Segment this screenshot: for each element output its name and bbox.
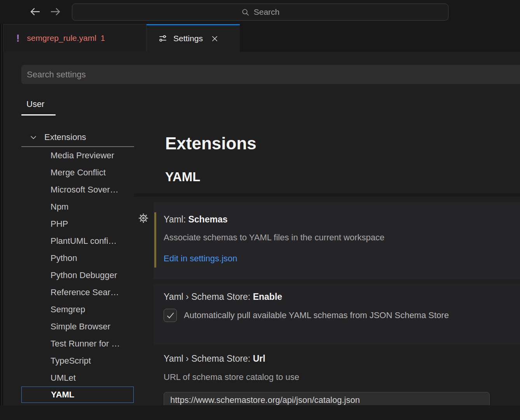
tree-item-extensions[interactable]: Extensions — [21, 128, 134, 146]
setting-title-name: Enable — [253, 292, 282, 302]
schema-store-enable-checkbox[interactable] — [164, 309, 177, 322]
tree-item-python[interactable]: Python — [3, 250, 134, 267]
edit-in-settings-json-link[interactable]: Edit in settings.json — [164, 254, 237, 264]
settings-search-input[interactable] — [21, 65, 520, 84]
tree-item-test-runner[interactable]: Test Runner for … — [3, 335, 134, 352]
category-heading: Extensions — [165, 134, 257, 153]
command-center-label: Search — [254, 7, 280, 17]
tree-item-yaml-selected[interactable]: YAML — [21, 387, 134, 403]
search-icon — [241, 8, 250, 17]
tree-item-python-debugger[interactable]: Python Debugger — [3, 267, 134, 284]
section-heading: YAML — [165, 170, 200, 184]
settings-tree: Media Previewer Merge Conflict Microsoft… — [3, 147, 134, 403]
setting-title-prefix: Yaml › Schema Store: — [164, 354, 253, 364]
tab-semgrep-rule-yaml[interactable]: ! semgrep_rule.yaml 1 — [3, 24, 147, 52]
tree-item-simple-browser[interactable]: Simple Browser — [3, 318, 134, 335]
checkbox-row: Automatically pull available YAML schema… — [164, 309, 449, 322]
arrow-right-icon — [49, 5, 62, 19]
setting-title: Yaml: Schemas — [164, 214, 228, 225]
chevron-down-icon — [29, 133, 38, 142]
tab-label: semgrep_rule.yaml — [27, 33, 96, 43]
yaml-file-icon: ! — [16, 33, 19, 44]
checkmark-icon — [165, 310, 175, 320]
modified-setting-indicator — [154, 212, 156, 268]
settings-sliders-icon — [158, 33, 168, 44]
back-button[interactable] — [28, 5, 42, 19]
setting-title-name: Schemas — [188, 214, 227, 224]
setting-title: Yaml › Schema Store: Url — [164, 354, 265, 364]
tree-item-umlet[interactable]: UMLet — [3, 369, 134, 387]
tree-item-reference-search[interactable]: Reference Sear… — [3, 284, 134, 301]
command-center-search[interactable]: Search — [72, 4, 448, 21]
tree-item-merge-conflict[interactable]: Merge Conflict — [3, 164, 134, 181]
forward-button[interactable] — [49, 5, 62, 19]
tab-label: Settings — [173, 34, 203, 43]
setting-description: Associate schemas to YAML files in the c… — [164, 233, 384, 243]
scope-tab-active-indicator — [21, 114, 56, 116]
titlebar: Search — [0, 0, 520, 24]
setting-title-prefix: Yaml: — [164, 214, 188, 224]
problems-count-badge: 1 — [101, 34, 105, 43]
tree-item-typescript[interactable]: TypeScript — [3, 352, 134, 369]
setting-title: Yaml › Schema Store: Enable — [164, 292, 282, 302]
gear-icon[interactable] — [138, 212, 149, 224]
close-icon[interactable] — [211, 35, 219, 43]
scope-tab-user[interactable]: User — [26, 99, 44, 109]
window-left-edge — [0, 24, 2, 405]
tree-item-npm[interactable]: Npm — [3, 198, 134, 215]
window-bottom-edge — [0, 405, 520, 420]
checkbox-label: Automatically pull available YAML schema… — [184, 310, 449, 320]
tab-bar: ! semgrep_rule.yaml 1 Settings — [3, 24, 520, 52]
tree-item-php[interactable]: PHP — [3, 215, 134, 233]
tree-item-microsoft-sover[interactable]: Microsoft Sover… — [3, 181, 134, 198]
tab-settings[interactable]: Settings — [147, 24, 240, 52]
tree-item-semgrep[interactable]: Semgrep — [3, 301, 134, 318]
settings-list-top-shadow — [134, 193, 520, 197]
setting-description: URL of schema store catalog to use — [164, 372, 299, 382]
tree-root-label: Extensions — [44, 132, 86, 142]
arrow-left-icon — [29, 5, 41, 19]
tree-item-plantuml[interactable]: PlantUML confi… — [3, 233, 134, 250]
setting-title-prefix: Yaml › Schema Store: — [164, 292, 253, 302]
tree-item-media-previewer[interactable]: Media Previewer — [3, 147, 134, 164]
setting-title-name: Url — [253, 354, 265, 364]
